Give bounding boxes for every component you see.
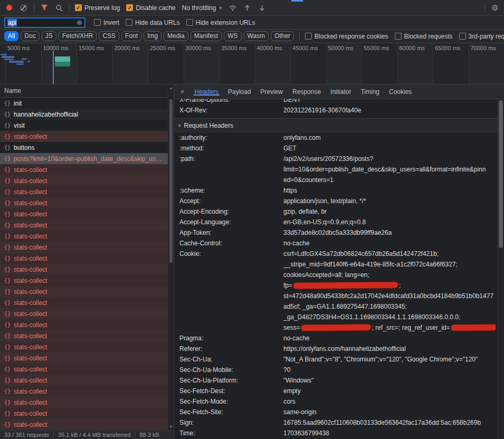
- export-har-button[interactable]: [258, 3, 267, 13]
- scrollbar-thumb[interactable]: [499, 100, 503, 248]
- request-row-stats-collect[interactable]: {}stats-collect: [0, 253, 174, 264]
- type-filter-font[interactable]: Font: [121, 31, 141, 41]
- header-value-line: gzip, deflate, br: [283, 206, 496, 217]
- request-row-buttons[interactable]: {}buttons: [0, 142, 174, 153]
- header-value-line: onlyfans.com: [283, 132, 496, 143]
- scroll-down-icon[interactable]: ▼: [168, 424, 174, 430]
- header-value: onlyfans.com: [283, 132, 496, 143]
- request-row-stats-collect[interactable]: {}stats-collect: [0, 208, 174, 219]
- filter-input[interactable]: api ⊗: [4, 17, 85, 28]
- timeline-overview[interactable]: 5000 ms10000 ms15000 ms20000 ms25000 ms3…: [0, 43, 504, 84]
- record-button[interactable]: [4, 3, 14, 13]
- type-filter-all[interactable]: All: [4, 31, 18, 41]
- request-row-stats-collect[interactable]: {}stats-collect: [0, 175, 174, 186]
- request-row-stats-collect[interactable]: {}stats-collect: [0, 408, 174, 419]
- settings-button[interactable]: ⚙: [490, 3, 500, 13]
- type-filter-fetch-xhr[interactable]: Fetch/XHR: [59, 31, 97, 41]
- request-row-stats-collect[interactable]: {}stats-collect: [0, 364, 174, 375]
- type-filter-wasm[interactable]: Wasm: [244, 31, 269, 41]
- type-filter-doc[interactable]: Doc: [21, 31, 39, 41]
- import-har-button[interactable]: [243, 3, 252, 13]
- header-row: Accept:application/json, text/plain, */*: [179, 196, 496, 206]
- request-row-stats-collect[interactable]: {}stats-collect: [0, 219, 174, 231]
- request-headers-section-header[interactable]: ▾ Request Headers: [174, 119, 504, 132]
- type-filter-ws[interactable]: WS: [224, 31, 241, 41]
- script-icon: {}: [4, 411, 11, 416]
- network-conditions-icon: [229, 5, 237, 11]
- type-filter-media[interactable]: Media: [164, 31, 188, 41]
- tab-cookies[interactable]: Cookies: [384, 88, 416, 96]
- search-button[interactable]: [54, 3, 64, 13]
- request-row-stats-collect[interactable]: {}stats-collect: [0, 297, 174, 308]
- request-row-stats-collect[interactable]: {}stats-collect: [0, 231, 174, 242]
- request-row-stats-collect[interactable]: {}stats-collect: [0, 286, 174, 297]
- name-column-header[interactable]: Name: [0, 84, 174, 98]
- type-filter-manifest[interactable]: Manifest: [191, 31, 222, 41]
- type-filter-css[interactable]: CSS: [99, 31, 119, 41]
- type-filter-img[interactable]: Img: [144, 31, 161, 41]
- type-filter-other[interactable]: Other: [271, 31, 294, 41]
- request-row-stats-collect[interactable]: {}stats-collect: [0, 275, 174, 286]
- filter-toggle-button[interactable]: [40, 3, 49, 13]
- request-row-stats-collect[interactable]: {}stats-collect: [0, 397, 174, 408]
- toolbar-checkbox-disable-cache[interactable]: ✓Disable cache: [126, 4, 175, 12]
- request-row-posts-limit-10-order-publish-date-desc-s[interactable]: {}posts?limit=10&order=publish_date_desc…: [0, 153, 174, 164]
- request-row-init[interactable]: {}init: [0, 98, 174, 109]
- redaction-scribble: [293, 282, 399, 289]
- tab-preview[interactable]: Preview: [255, 88, 288, 96]
- request-row-stats-collect[interactable]: {}stats-collect: [0, 197, 174, 208]
- request-row-stats-collect[interactable]: {}stats-collect: [0, 319, 174, 330]
- request-row-stats-collect[interactable]: {}stats-collect: [0, 264, 174, 275]
- filter-checkbox-invert[interactable]: Invert: [94, 19, 119, 26]
- tab-initiator[interactable]: Initiator: [326, 88, 356, 96]
- request-row-stats-collect[interactable]: {}stats-collect: [0, 341, 174, 352]
- header-value: no-cache: [283, 333, 496, 343]
- header-name: :path:: [179, 154, 283, 164]
- tab-timing[interactable]: Timing: [356, 88, 384, 96]
- redaction-scribble: [451, 325, 496, 331]
- request-list-scrollbar[interactable]: ▲ ▼: [168, 84, 174, 431]
- adv-filter-checkbox-blocked-response-cookies[interactable]: Blocked response cookies: [305, 33, 388, 40]
- script-icon: {}: [4, 366, 11, 372]
- script-icon: {}: [4, 145, 11, 150]
- clear-filter-icon[interactable]: ⊗: [77, 19, 82, 26]
- throttling-dropdown[interactable]: No throttling ▾: [181, 4, 223, 12]
- type-filter-js[interactable]: JS: [42, 31, 56, 41]
- request-row-stats-collect[interactable]: {}stats-collect: [0, 375, 174, 386]
- checkbox-icon: ✓: [75, 4, 82, 11]
- request-row-visit[interactable]: {}visit: [0, 120, 174, 131]
- request-row-stats-collect[interactable]: {}stats-collect: [0, 164, 174, 175]
- scrollbar-thumb[interactable]: [169, 99, 173, 263]
- request-row-stats-collect[interactable]: {}stats-collect: [0, 419, 174, 430]
- filter-checkbox-hide-extension-urls[interactable]: Hide extension URLs: [186, 19, 255, 26]
- adv-filter-checkbox-blocked-requests[interactable]: Blocked requests: [395, 33, 453, 40]
- request-row-stats-collect[interactable]: {}stats-collect: [0, 242, 174, 253]
- request-name: stats-collect: [14, 388, 165, 395]
- clear-button[interactable]: [19, 3, 28, 13]
- network-conditions-button[interactable]: [228, 3, 237, 13]
- tab-response[interactable]: Response: [288, 88, 326, 96]
- header-value: empty: [283, 386, 496, 396]
- request-row-hannahelizabethofficial[interactable]: {}hannahelizabethofficial: [0, 109, 174, 120]
- request-name: stats-collect: [14, 332, 165, 340]
- request-row-stats-collect[interactable]: {}stats-collect: [0, 352, 174, 364]
- tab-payload[interactable]: Payload: [223, 88, 255, 96]
- details-scrollbar[interactable]: [497, 99, 504, 439]
- request-row-stats-collect[interactable]: {}stats-collect: [0, 330, 174, 341]
- adv-filter-checkbox-3rd-party-requests[interactable]: 3rd-party requests: [459, 33, 504, 40]
- request-row-stats-collect[interactable]: {}stats-collect: [0, 308, 174, 319]
- scroll-up-icon[interactable]: ▲: [168, 85, 174, 91]
- filter-checkbox-hide-data-urls[interactable]: Hide data URLs: [126, 19, 180, 26]
- script-icon: {}: [4, 200, 11, 206]
- request-row-stats-collect[interactable]: {}stats-collect: [0, 131, 174, 142]
- header-row: Sec-Ch-Ua-Mobile:?0: [179, 365, 496, 375]
- header-value-line: empty: [283, 386, 496, 396]
- request-name: stats-collect: [14, 310, 165, 318]
- request-row-stats-collect[interactable]: {}stats-collect: [0, 186, 174, 197]
- request-name: stats-collect: [14, 288, 165, 295]
- request-row-stats-collect[interactable]: {}stats-collect: [0, 386, 174, 397]
- script-icon: {}: [4, 322, 11, 328]
- tab-headers[interactable]: Headers: [190, 88, 223, 96]
- close-details-button[interactable]: ×: [175, 84, 190, 99]
- toolbar-checkbox-preserve-log[interactable]: ✓Preserve log: [75, 4, 120, 12]
